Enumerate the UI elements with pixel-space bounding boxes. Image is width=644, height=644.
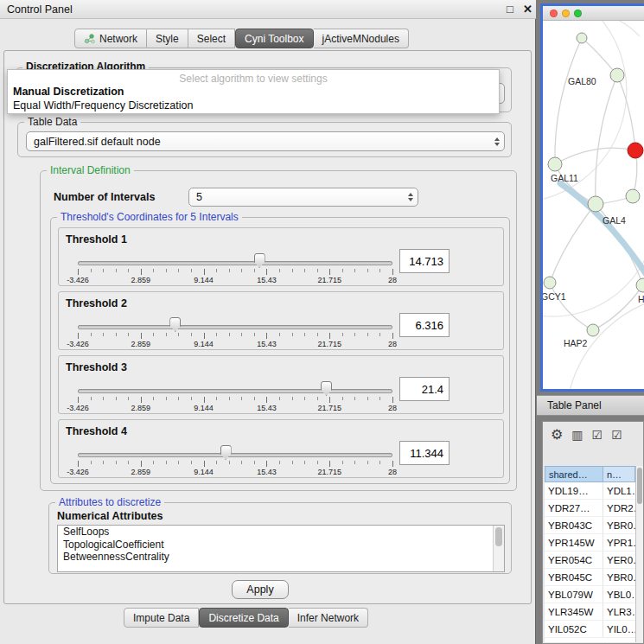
slider-thumb[interactable]	[254, 253, 265, 268]
attribute-item[interactable]: TopologicalCoefficient	[58, 539, 504, 552]
slider-thumb[interactable]	[220, 445, 232, 460]
table-scrollbar[interactable]	[635, 466, 643, 642]
columns-icon[interactable]: ▥	[571, 429, 583, 441]
list-scrollbar[interactable]	[493, 526, 504, 571]
tick-mark	[103, 397, 104, 400]
slider-track[interactable]	[78, 325, 392, 329]
table-row[interactable]: YDL19…YDL1…	[545, 482, 635, 500]
threshold-value-field[interactable]: 11.344	[399, 441, 450, 465]
tab-label: Cyni Toolbox	[245, 33, 303, 45]
tick-mark	[367, 461, 368, 464]
network-node[interactable]	[610, 68, 624, 82]
network-edge[interactable]	[550, 283, 593, 330]
tick-mark	[292, 461, 293, 464]
tick-mark	[354, 333, 355, 336]
slider-thumb[interactable]	[169, 317, 181, 332]
tab-discretize-data[interactable]: Discretize Data	[199, 608, 288, 628]
table-row[interactable]: YIL052CYIL0…	[545, 621, 635, 638]
close-icon[interactable]: ✕	[523, 3, 532, 16]
table-row[interactable]: YBL079WYBL0…	[545, 586, 635, 603]
threshold-value-field[interactable]: 14.713	[399, 249, 450, 273]
control-panel: Control Panel □ ✕ NetworkStyleSelectCyni…	[0, 0, 536, 644]
scrollbar-thumb[interactable]	[495, 527, 502, 546]
column-header[interactable]: shared…	[545, 466, 603, 482]
algorithm-option[interactable]: Manual Discretization	[8, 85, 499, 99]
apply-button[interactable]: Apply	[232, 580, 289, 599]
tab-label: Infer Network	[297, 612, 359, 624]
table-data-select[interactable]: galFiltered.sif default node	[26, 131, 505, 151]
network-node[interactable]	[588, 196, 603, 212]
network-node[interactable]	[636, 278, 644, 292]
mac-close-icon[interactable]	[550, 10, 558, 17]
tick-mark	[78, 461, 79, 467]
threshold-value-field[interactable]: 21.4	[399, 377, 450, 401]
table-row[interactable]: YLR345WYLR3…	[545, 603, 635, 621]
tick-mark	[216, 269, 217, 272]
slider-track[interactable]	[78, 389, 392, 393]
tick-mark	[317, 397, 318, 400]
numerical-attributes-list[interactable]: SelfLoopsTopologicalCoefficientBetweenne…	[57, 525, 505, 572]
tick-mark	[178, 269, 179, 272]
tick-mark	[229, 269, 230, 272]
network-edge[interactable]	[550, 204, 596, 283]
column-header[interactable]: n…	[603, 466, 635, 482]
network-edge[interactable]	[582, 38, 617, 75]
table-panel-title: Table Panel	[547, 399, 602, 411]
tab-network[interactable]: Network	[74, 29, 147, 48]
slider-track[interactable]	[78, 453, 392, 457]
tick-label: 2.859	[122, 404, 160, 412]
mac-zoom-icon[interactable]	[574, 10, 582, 17]
tick-mark	[342, 461, 343, 464]
tick-mark	[166, 397, 167, 400]
network-edge[interactable]	[555, 148, 635, 164]
threshold-value-field[interactable]: 6.316	[399, 313, 450, 337]
attribute-item[interactable]: BetweennessCentrality	[58, 551, 504, 564]
slider-track[interactable]	[78, 261, 392, 265]
tab-select[interactable]: Select	[188, 29, 235, 48]
slider-thumb[interactable]	[321, 381, 332, 396]
table-data-group-label: Table Data	[24, 116, 80, 128]
table-cell: YBL0…	[603, 586, 635, 603]
network-node-selected[interactable]	[628, 143, 643, 158]
tab-infer-network[interactable]: Infer Network	[289, 608, 368, 628]
mac-minimize-icon[interactable]	[562, 10, 570, 17]
gear-icon[interactable]: ⚙	[551, 428, 563, 442]
numerical-attributes-label: Numerical Attributes	[57, 510, 163, 522]
tick-mark	[191, 269, 192, 272]
tab-cyni-toolbox[interactable]: Cyni Toolbox	[235, 29, 313, 48]
table-row[interactable]: YPR145WYPR1…	[545, 534, 635, 552]
table-cell: YLR345W	[545, 603, 603, 620]
table-row[interactable]: YDR27…YDR2…	[545, 500, 635, 517]
tab-impute-data[interactable]: Impute Data	[124, 608, 199, 628]
tab-jactivemnodules[interactable]: jActiveMNodules	[314, 29, 409, 48]
tick-mark	[153, 397, 154, 400]
tick-mark	[91, 397, 92, 400]
tick-mark	[329, 461, 330, 467]
tab-style[interactable]: Style	[147, 29, 188, 48]
scrollbar-thumb[interactable]	[637, 468, 642, 504]
network-edge[interactable]	[555, 38, 582, 164]
table-panel-header[interactable]: Table Panel	[537, 395, 644, 416]
table-row[interactable]: YBR045CYBR0…	[545, 569, 635, 586]
algorithm-option[interactable]: Equal Width/Frequency Discretization	[8, 99, 499, 112]
thresholds-group-label: Threshold's Coordinates for 5 Intervals	[57, 211, 242, 223]
tick-mark	[153, 333, 154, 336]
network-node[interactable]	[626, 189, 640, 203]
select-columns-icon[interactable]: ☑	[611, 429, 622, 441]
select-all-columns-icon[interactable]: ☑	[592, 429, 603, 441]
network-node[interactable]	[548, 157, 562, 171]
number-of-intervals-select[interactable]: 5	[188, 188, 418, 207]
network-edge[interactable]	[596, 75, 617, 204]
attribute-item[interactable]: SelfLoops	[58, 526, 504, 539]
network-node[interactable]	[587, 324, 599, 336]
float-window-icon[interactable]: □	[507, 3, 513, 16]
table-row[interactable]: YBR043CYBR0…	[545, 517, 635, 534]
tick-mark	[379, 461, 380, 464]
tick-label: 21.715	[310, 340, 348, 348]
network-node[interactable]	[544, 277, 556, 289]
tick-label: 21.715	[310, 276, 348, 284]
network-canvas[interactable]: GAL80GAL11GAL4GCY1HAP2H	[543, 21, 644, 389]
table-row[interactable]: YER054CYER0…	[545, 552, 635, 569]
network-node[interactable]	[577, 33, 587, 43]
tick-label: -3.426	[59, 276, 97, 284]
